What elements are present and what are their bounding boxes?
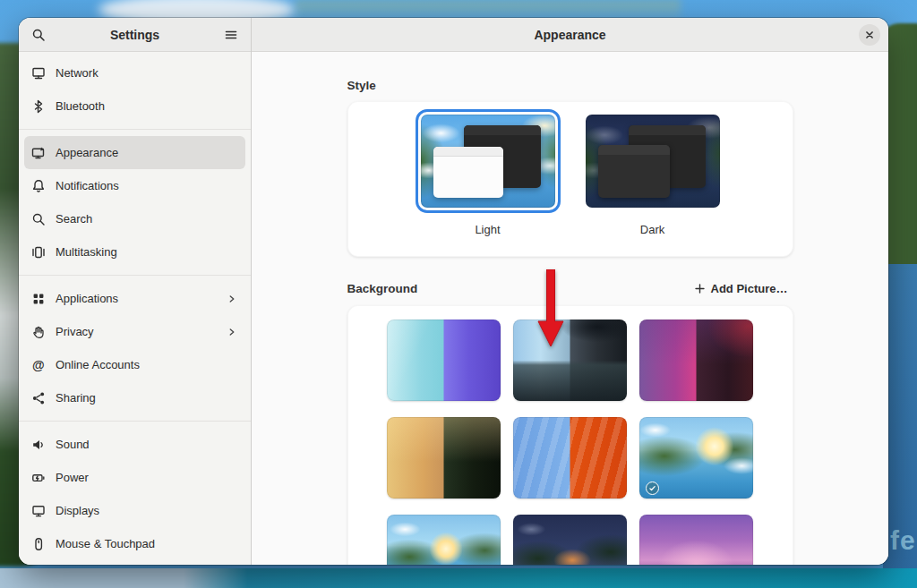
- sidebar-item-bluetooth[interactable]: Bluetooth: [24, 89, 245, 123]
- style-card: Light Dark: [347, 101, 793, 257]
- sidebar-separator: [19, 129, 251, 130]
- svg-text:@: @: [32, 358, 45, 372]
- sidebar-headerbar: Settings: [19, 18, 251, 52]
- appearance-icon: [31, 146, 46, 160]
- multitasking-icon: [31, 245, 46, 260]
- close-icon: [863, 29, 876, 41]
- bluetooth-icon: [31, 99, 46, 114]
- sidebar-item-label: Privacy: [56, 325, 216, 338]
- sidebar-item-network[interactable]: Network: [24, 56, 245, 89]
- sidebar-item-label: Notifications: [56, 179, 238, 192]
- sidebar-item-mouse-touchpad[interactable]: Mouse & Touchpad: [24, 527, 245, 560]
- wallpaper-thumbnail[interactable]: [513, 515, 627, 565]
- dark-theme-preview: [586, 115, 720, 208]
- display-icon: [31, 504, 46, 518]
- wallpaper-thumbnail-selected[interactable]: [639, 417, 753, 499]
- appearance-content: Style Light: [252, 52, 888, 565]
- sidebar-separator: [19, 275, 251, 276]
- wallpaper-thumbnail[interactable]: [513, 417, 627, 499]
- desktop-background: fe Settings Networ: [0, 0, 917, 588]
- selection-ring: [416, 109, 561, 213]
- speaker-icon: [31, 438, 46, 452]
- search-button[interactable]: [26, 23, 51, 47]
- wallpaper-thumbnail-city[interactable]: [513, 320, 627, 401]
- light-theme-preview: [421, 115, 555, 208]
- search-icon: [31, 28, 46, 42]
- sidebar-item-label: Mouse & Touchpad: [56, 537, 238, 550]
- preview-window-dark-front: [598, 145, 670, 198]
- bell-icon: [31, 179, 46, 193]
- sidebar-item-label: Network: [56, 66, 238, 80]
- sidebar-item-displays[interactable]: Displays: [24, 494, 245, 527]
- wallpaper-thumbnail[interactable]: [387, 320, 501, 401]
- sidebar-item-sound[interactable]: Sound: [24, 428, 245, 461]
- sidebar-item-label: Search: [56, 212, 238, 226]
- hand-icon: [31, 325, 46, 339]
- sidebar-item-label: Bluetooth: [56, 99, 238, 113]
- main-pane: Appearance Style: [252, 18, 888, 565]
- sidebar-item-online-accounts[interactable]: @ Online Accounts: [24, 348, 245, 381]
- theme-option-light[interactable]: Light: [416, 109, 561, 236]
- at-icon: @: [31, 358, 46, 372]
- sidebar-item-label: Power: [56, 471, 238, 484]
- style-section-title: Style: [347, 79, 793, 92]
- sidebar-item-search[interactable]: Search: [24, 202, 245, 235]
- main-headerbar: Appearance: [252, 18, 888, 52]
- sidebar-item-label: Sharing: [56, 391, 238, 405]
- sidebar-list: Network Bluetooth Appearance Notificatio…: [19, 52, 251, 560]
- applications-grid-icon: [31, 292, 46, 306]
- sidebar-item-multitasking[interactable]: Multitasking: [24, 235, 245, 268]
- water-bottom-strip: [0, 568, 917, 588]
- main-menu-button[interactable]: [219, 23, 244, 47]
- sidebar-item-label: Applications: [56, 292, 216, 305]
- sidebar-item-appearance[interactable]: Appearance: [24, 136, 245, 169]
- fedora-watermark: fe: [890, 525, 916, 556]
- sidebar-item-label: Online Accounts: [56, 358, 238, 371]
- sidebar-item-privacy[interactable]: Privacy: [24, 315, 245, 348]
- sidebar-separator: [19, 421, 251, 422]
- sidebar-item-applications[interactable]: Applications: [24, 282, 245, 315]
- theme-label: Light: [475, 223, 500, 236]
- wallpaper-thumbnail[interactable]: [387, 515, 501, 565]
- sidebar-title: Settings: [51, 28, 219, 42]
- background-section-header: Background Add Picture…: [347, 279, 793, 297]
- page-title: Appearance: [534, 28, 605, 42]
- add-picture-button[interactable]: Add Picture…: [689, 278, 793, 299]
- theme-option-dark[interactable]: Dark: [580, 109, 725, 236]
- sidebar-item-sharing[interactable]: Sharing: [24, 381, 245, 414]
- background-section-title: Background: [347, 282, 418, 295]
- background-card: [347, 305, 793, 565]
- add-picture-label: Add Picture…: [711, 282, 788, 295]
- hamburger-menu-icon: [224, 28, 238, 42]
- sidebar-item-label: Multitasking: [56, 245, 238, 259]
- sidebar-item-label: Appearance: [56, 146, 238, 159]
- plus-icon: [694, 283, 706, 294]
- chevron-right-icon: [226, 293, 238, 305]
- close-button[interactable]: [859, 24, 880, 46]
- sidebar-item-power[interactable]: Power: [24, 461, 245, 494]
- sidebar: Settings Network Bluetooth: [19, 18, 252, 565]
- mouse-icon: [31, 537, 46, 551]
- search-icon: [31, 212, 46, 226]
- sidebar-item-notifications[interactable]: Notifications: [24, 169, 245, 202]
- battery-icon: [31, 471, 46, 485]
- wallpaper-thumbnail[interactable]: [639, 515, 753, 565]
- chevron-right-icon: [226, 326, 238, 338]
- network-icon: [31, 66, 46, 81]
- wallpaper-thumbnail[interactable]: [639, 320, 753, 401]
- theme-label: Dark: [640, 223, 664, 236]
- settings-window: Settings Network Bluetooth: [19, 18, 888, 565]
- selection-ring: [580, 109, 725, 213]
- wallpaper-thumbnail[interactable]: [387, 417, 501, 499]
- selected-check-icon: [646, 481, 659, 495]
- wallpaper-grid: [387, 320, 754, 565]
- share-icon: [31, 391, 46, 405]
- sidebar-item-label: Displays: [56, 504, 238, 517]
- preview-window-light: [433, 147, 503, 198]
- sidebar-item-label: Sound: [56, 438, 238, 451]
